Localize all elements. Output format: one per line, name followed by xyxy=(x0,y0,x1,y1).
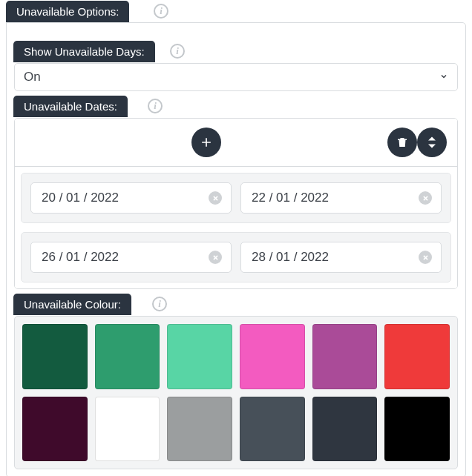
add-date-button[interactable] xyxy=(191,128,221,157)
date-row: 26 / 01 / 2022 28 / 01 / 2022 xyxy=(21,232,451,282)
colour-panel xyxy=(14,316,458,469)
show-unavailable-days-label: Show Unavailable Days: xyxy=(24,45,145,58)
date-rows-container: 20 / 01 / 2022 22 / 01 / 2022 2 xyxy=(15,166,457,288)
colour-swatch[interactable] xyxy=(22,324,88,389)
info-icon[interactable]: i xyxy=(152,297,167,311)
unavailable-colour-section: Unavailable Colour: i xyxy=(14,316,458,469)
chevron-down-icon xyxy=(439,70,448,85)
unavailable-colour-label: Unavailable Colour: xyxy=(24,298,121,311)
colour-swatch[interactable] xyxy=(312,397,378,462)
unavailable-dates-section: Unavailable Dates: i xyxy=(14,118,458,289)
sort-dates-button[interactable] xyxy=(417,128,447,157)
colour-swatch[interactable] xyxy=(384,324,450,389)
clear-icon[interactable] xyxy=(419,251,432,264)
unavailable-dates-panel: 20 / 01 / 2022 22 / 01 / 2022 2 xyxy=(14,118,458,289)
colour-swatch[interactable] xyxy=(240,397,305,462)
date-to-value: 28 / 01 / 2022 xyxy=(252,250,329,265)
show-unavailable-days-select[interactable]: On xyxy=(14,63,458,91)
date-from-value: 20 / 01 / 2022 xyxy=(42,191,119,205)
unavailable-colour-tab: Unavailable Colour: xyxy=(13,294,131,315)
clear-icon[interactable] xyxy=(419,191,432,205)
date-from-value: 26 / 01 / 2022 xyxy=(42,250,119,265)
svg-rect-0 xyxy=(401,142,401,145)
colour-swatch[interactable] xyxy=(384,397,450,462)
unavailable-options-panel: Unavailable Options: i Show Unavailable … xyxy=(6,22,466,476)
info-icon[interactable]: i xyxy=(154,4,168,19)
colour-swatch[interactable] xyxy=(95,397,160,462)
show-unavailable-days-tab: Show Unavailable Days: xyxy=(13,41,155,62)
plus-icon xyxy=(199,135,214,150)
info-icon[interactable]: i xyxy=(170,44,185,59)
date-to-value: 22 / 01 / 2022 xyxy=(252,191,329,205)
date-from-input[interactable]: 20 / 01 / 2022 xyxy=(30,182,232,214)
show-unavailable-days-value: On xyxy=(24,70,41,85)
unavailable-dates-tab: Unavailable Dates: xyxy=(13,96,128,117)
colour-swatch[interactable] xyxy=(167,324,232,389)
dates-toolbar xyxy=(15,119,457,166)
info-icon[interactable]: i xyxy=(148,99,163,113)
sort-icon xyxy=(425,135,439,150)
date-to-input[interactable]: 22 / 01 / 2022 xyxy=(240,182,442,214)
date-from-input[interactable]: 26 / 01 / 2022 xyxy=(30,242,232,273)
unavailable-options-label: Unavailable Options: xyxy=(16,5,119,18)
unavailable-dates-label: Unavailable Dates: xyxy=(24,100,117,113)
colour-swatch[interactable] xyxy=(240,324,305,389)
show-unavailable-days-section: Show Unavailable Days: i On xyxy=(14,63,458,91)
date-to-input[interactable]: 28 / 01 / 2022 xyxy=(240,242,442,273)
date-row: 20 / 01 / 2022 22 / 01 / 2022 xyxy=(21,173,451,223)
swatch-grid xyxy=(22,324,450,461)
clear-icon[interactable] xyxy=(209,191,222,205)
delete-dates-button[interactable] xyxy=(387,128,417,157)
colour-swatch[interactable] xyxy=(167,397,232,462)
trash-icon xyxy=(396,136,409,149)
colour-swatch[interactable] xyxy=(312,324,378,389)
unavailable-options-tab: Unavailable Options: xyxy=(6,1,129,22)
svg-rect-1 xyxy=(403,142,404,145)
clear-icon[interactable] xyxy=(209,251,222,264)
colour-swatch[interactable] xyxy=(95,324,160,389)
colour-swatch[interactable] xyxy=(22,397,88,462)
